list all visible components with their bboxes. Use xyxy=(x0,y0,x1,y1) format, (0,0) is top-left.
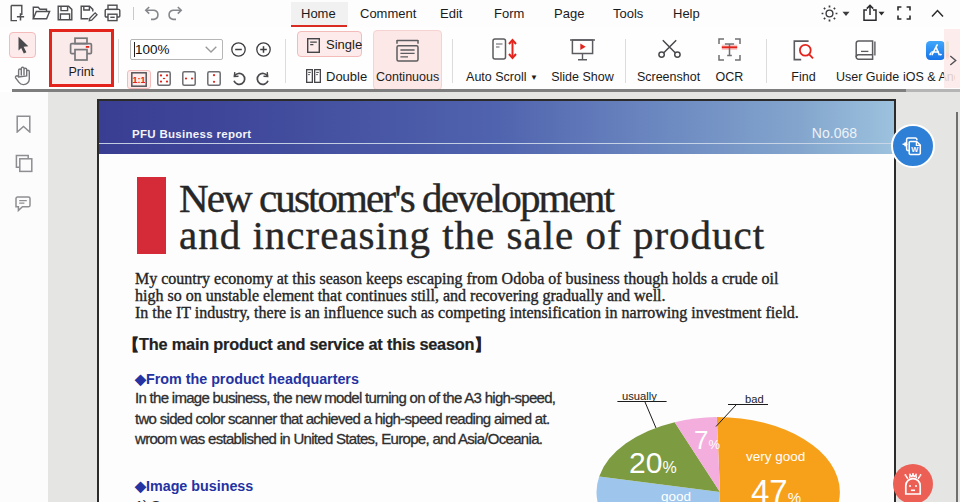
svg-text:very good: very good xyxy=(746,449,805,464)
svg-text:1:1: 1:1 xyxy=(132,75,145,85)
svg-text:good: good xyxy=(661,489,691,502)
svg-text:usually: usually xyxy=(622,390,657,402)
svg-text:W: W xyxy=(911,145,919,154)
svg-text:bad: bad xyxy=(745,393,764,405)
